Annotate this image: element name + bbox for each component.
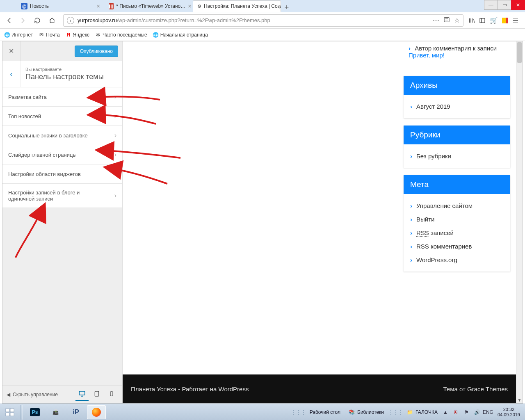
taskbar-separator (21, 405, 23, 420)
menu-icon[interactable] (512, 17, 519, 24)
device-mobile-button[interactable] (105, 388, 118, 401)
tab-title: Настройка: Планета Успеха | Созд… (204, 3, 281, 9)
customizer-section[interactable]: Слайдер главной страницы› (2, 145, 122, 164)
reader-icon[interactable] (443, 16, 450, 24)
customizer-section[interactable]: Настройки области виджетов› (2, 164, 122, 184)
cart-icon[interactable]: 🛒 (490, 16, 498, 24)
bookmark-item[interactable]: ✉Почта (39, 32, 59, 38)
close-icon[interactable]: × (94, 3, 100, 9)
svg-rect-7 (6, 413, 9, 416)
device-desktop-button[interactable] (75, 388, 89, 401)
new-tab-button[interactable]: + (281, 3, 292, 12)
chevron-right-icon: › (410, 256, 412, 263)
browser-tab-strip: @ Новость × ▌▌ * Письмо «Timeweb» Устано… (0, 0, 525, 12)
widget-link[interactable]: ›Без рубрики (410, 149, 504, 163)
library-icon[interactable] (468, 17, 475, 24)
taskbar-toolbar-item[interactable]: 📁ГАЛОЧКА (403, 405, 442, 419)
site-info-icon[interactable]: i (67, 17, 74, 24)
window-minimize[interactable]: — (484, 0, 498, 10)
publish-button[interactable]: Опубликовано (75, 46, 118, 57)
chevron-right-icon: › (409, 45, 411, 52)
customizer-section-list: Разметка сайта› Топ новостей› Социальные… (2, 87, 122, 208)
tray-action-center-icon[interactable]: ⚑ (463, 409, 470, 416)
browser-toolbar: i yurprosolupov.ru/wp-admin/customize.ph… (0, 12, 525, 29)
close-icon[interactable]: × (185, 3, 191, 9)
sidebar-icon[interactable] (479, 17, 486, 24)
customizer-close-button[interactable]: ✕ (2, 41, 21, 61)
customizer-subtitle: Вы настраиваете (25, 67, 104, 72)
svg-rect-5 (6, 409, 9, 412)
svg-rect-2 (79, 391, 85, 395)
customizer-section[interactable]: Топ новостей› (2, 107, 122, 126)
home-button[interactable] (46, 14, 58, 27)
widget-archives: Архивы ›Август 2019 (404, 76, 510, 118)
comment-link[interactable]: Привет, мир! (409, 52, 445, 59)
chevron-right-icon: › (114, 151, 116, 158)
taskbar-app[interactable]: 📠 (46, 405, 65, 419)
tray-lang[interactable]: ENG (484, 409, 492, 416)
start-button[interactable] (0, 404, 20, 420)
chevron-right-icon: › (114, 132, 116, 139)
widget-meta: Мета ›Управление сайтом ›Выйти ›RSS запи… (404, 175, 510, 272)
window-close[interactable]: ✕ (511, 0, 525, 10)
tray-show-hidden-icon[interactable]: ▲ (442, 409, 449, 416)
taskbar-toolbar-item[interactable]: Рабочий стол (306, 405, 345, 419)
forward-button[interactable] (16, 14, 29, 27)
address-bar[interactable]: i yurprosolupov.ru/wp-admin/customize.ph… (63, 14, 463, 27)
bookmark-item[interactable]: 🌐Интернет (4, 32, 33, 38)
device-tablet-button[interactable] (90, 388, 103, 401)
preview-scrollbar[interactable]: ▲ ▼ (516, 41, 523, 403)
bookmark-item[interactable]: ЯЯндекс (66, 32, 89, 38)
back-button[interactable] (3, 14, 16, 27)
widget-title: Мета (404, 175, 510, 194)
browser-tab-active[interactable]: ⚙ Настройка: Планета Успеха | Созд… × (193, 0, 281, 12)
customizer-section[interactable]: Социальные значки в заголовке› (2, 126, 122, 145)
footer-text-left: Планета Успеха - Работает на WordPress (131, 386, 249, 393)
system-tray: ▲ ⛨ ⚑ 🔊 ENG 20:32 04.09.2019 (442, 407, 525, 418)
customizer-section[interactable]: Настройки записей в блоге и одиночной за… (2, 184, 122, 208)
globe-icon: 🌐 (153, 32, 159, 38)
taskbar-clock[interactable]: 20:32 04.09.2019 (495, 407, 523, 418)
browser-tab[interactable]: @ Новость × (16, 0, 105, 12)
bookmark-star-icon[interactable]: ☆ (454, 16, 460, 24)
folder-icon: 📚 (349, 409, 355, 415)
bookmark-item[interactable]: ✲Часто посещаемые (95, 32, 147, 38)
browser-tab[interactable]: ▌▌ * Письмо «Timeweb» Устано… × (105, 0, 193, 12)
page-actions-icon[interactable]: ⋯ (433, 16, 439, 24)
svg-rect-1 (480, 18, 485, 23)
bookmark-item[interactable]: 🌐Начальная страница (153, 32, 208, 38)
window-maximize[interactable]: ▭ (498, 0, 511, 10)
gear-icon: ✲ (95, 32, 101, 38)
widget-link[interactable]: ›Выйти (410, 212, 504, 226)
chevron-right-icon: › (410, 229, 412, 236)
toolbar-handle[interactable]: ⋮⋮⋮ (291, 409, 306, 415)
taskbar-toolbar-item[interactable]: 📚Библиотеки (345, 405, 388, 419)
widget-link[interactable]: ›Управление сайтом (410, 199, 504, 212)
toolbar-handle[interactable]: ⋮⋮⋮ (388, 409, 403, 415)
tray-volume-icon[interactable]: 🔊 (474, 409, 481, 416)
globe-icon: 🌐 (4, 32, 10, 38)
chevron-right-icon: › (410, 216, 412, 223)
chevron-right-icon: › (114, 170, 116, 178)
wp-customizer-sidebar: ✕ Опубликовано ‹ Вы настраиваете Панель … (2, 41, 123, 403)
chevron-right-icon: › (114, 192, 116, 199)
widget-link[interactable]: ›Август 2019 (410, 100, 504, 113)
taskbar-app-ip[interactable]: iP (66, 405, 85, 419)
widget-link[interactable]: ›RSS комментариев (410, 240, 504, 253)
scroll-down-icon[interactable]: ▼ (516, 397, 523, 403)
taskbar-app-firefox[interactable] (87, 405, 106, 419)
scroll-thumb[interactable] (517, 42, 522, 63)
taskbar-app-photoshop[interactable]: Ps (25, 405, 44, 419)
reload-button[interactable] (31, 14, 43, 27)
chevron-right-icon: › (410, 243, 412, 250)
site-preview: › Автор комментария к записи Привет, мир… (123, 41, 523, 403)
widget-link[interactable]: ›RSS записей (410, 226, 504, 240)
pocket-icon[interactable] (502, 18, 508, 23)
chevron-right-icon: › (114, 93, 116, 100)
customizer-section[interactable]: Разметка сайта› (2, 87, 122, 107)
collapse-sidebar-button[interactable]: ◀ Скрыть управление (7, 392, 58, 397)
customizer-back-button[interactable]: ‹ (2, 61, 21, 87)
yandex-icon: Я (66, 32, 71, 38)
tray-security-icon[interactable]: ⛨ (452, 409, 460, 416)
widget-link[interactable]: ›WordPress.org (410, 253, 504, 267)
